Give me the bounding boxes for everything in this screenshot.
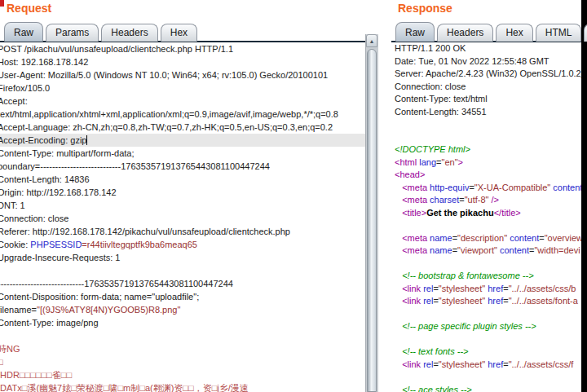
editor-line [395,308,585,321]
editor-line: <meta name="viewport" content="width=dev… [395,244,585,258]
editor-line: <title>Get the pikachu</title> [395,207,585,220]
editor-line [0,329,365,342]
editor-line: <!-- text fonts --> [395,346,585,359]
editor-line: Server: Apache/2.4.23 (Win32) OpenSSL/1.… [395,68,585,81]
tab-params[interactable]: Params [46,24,99,42]
editor-line: <meta charset="utf-8" /> [395,194,585,207]
request-scrollbar[interactable]: ▲ [365,34,378,392]
editor-line: Firefox/105.0 [0,81,365,95]
editor-line: Content-Type: multipart/form-data; [0,147,365,160]
tab-hex[interactable]: Hex [161,24,197,42]
editor-line: Content-Length: 34551 [395,106,585,119]
editor-line: IHDR□□□□□□雀□□ [0,368,365,381]
editor-line: text/html,application/xhtml+xml,applicat… [0,108,365,121]
editor-line: □ [0,355,365,368]
editor-line: <link rel="stylesheet" href="../../asset… [395,295,585,308]
tab-render[interactable]: Render [584,24,587,42]
editor-line: <link rel="stylesheet" href="../../asset… [395,359,585,372]
tab-hex[interactable]: Hex [496,24,532,42]
editor-line: POST /pikachu/vul/unsafeupload/clientche… [0,42,365,55]
editor-line: Accept: [0,95,365,108]
editor-line: <meta http-equiv="X-UA-Compatible" conte… [395,182,585,195]
tab-headers[interactable]: Headers [437,24,493,42]
tab-headers[interactable]: Headers [101,24,157,42]
scrollbar-up-button[interactable]: ▲ [366,34,377,47]
editor-line: Connection: close [395,81,585,94]
editor-line: Referer: http://192.168.178.142/pikachu/… [0,225,365,238]
tab-html[interactable]: HTML [536,24,582,42]
up-arrow-icon: ▲ [369,38,375,44]
editor-line: <!-- ace styles --> [395,384,585,392]
editor-line: Host: 192.168.178.142 [0,55,365,68]
editor-line: Accept-Language: zh-CN,zh;q=0.8,zh-TW;q=… [0,121,365,134]
response-tabbar: RawHeadersHexHTMLRender [395,23,587,42]
editor-line: 時NG [0,342,365,355]
editor-line: <html lang="en"> [395,156,585,170]
editor-line: -----------------------------17635357191… [0,277,365,290]
response-panel-title: Response [398,2,452,15]
editor-line: <!-- bootstrap & fontawesome --> [395,270,585,283]
response-panel: Response RawHeadersHexHTMLRender HTTP/1.… [391,0,581,392]
editor-line [395,333,585,346]
editor-line: boundary=---------------------------1763… [0,160,365,173]
editor-line: Content-Disposition: form-data; name="up… [0,290,365,303]
editor-line: Date: Tue, 01 Nov 2022 12:55:48 GMT [395,55,585,68]
request-tabbar: RawParamsHeadersHex [4,23,197,42]
editor-line: <!-- page specific plugin styles --> [395,320,585,333]
response-editor[interactable]: HTTP/1.1 200 OKDate: Tue, 01 Nov 2022 12… [391,42,585,392]
editor-line: Upgrade-Insecure-Requests: 1 [0,251,365,264]
editor-line: <head> [395,169,585,182]
request-scrollbar-thumb[interactable] [367,49,377,392]
editor-line: filename="[(9JS%ATY8[4N)YGOOB5)R8.png" [0,303,365,316]
editor-line [395,118,585,131]
editor-line: DNT: 1 [0,199,365,212]
request-panel: Request RawParamsHeadersHex POST /pikach… [0,0,377,392]
editor-line: Cookie: PHPSESSID=r44tiivltegqptfk9ba6me… [0,238,365,251]
editor-line: <meta name="description" content="overvi… [395,232,585,245]
editor-line: Accept-Encoding: gzip [0,134,365,147]
editor-line: IDATx□溪(幽魅7妶□荣秘渡□啸□m制□a(翱渊)资□□，资□j乡/漫速 [0,381,365,392]
editor-line [395,131,585,144]
editor-line: Content-Type: image/png [0,316,365,329]
screen-edge-strip [581,0,587,392]
editor-line: Content-Type: text/html [395,93,585,106]
editor-line: <!DOCTYPE html> [395,143,585,156]
editor-line: HTTP/1.1 200 OK [395,42,585,55]
editor-line [395,258,585,271]
editor-line [0,264,365,277]
request-editor[interactable]: POST /pikachu/vul/unsafeupload/clientche… [0,42,365,392]
editor-line: Content-Length: 14836 [0,173,365,186]
tab-raw[interactable]: Raw [395,22,435,42]
editor-line: Connection: close [0,212,365,225]
editor-line: Origin: http://192.168.178.142 [0,186,365,199]
editor-line [395,219,585,232]
request-panel-title: Request [7,2,51,15]
editor-line: <link rel="stylesheet" href="../../asset… [395,283,585,296]
editor-line: User-Agent: Mozilla/5.0 (Windows NT 10.0… [0,68,365,81]
editor-line [395,371,585,384]
tab-raw[interactable]: Raw [4,22,43,42]
text-caret [86,135,87,145]
